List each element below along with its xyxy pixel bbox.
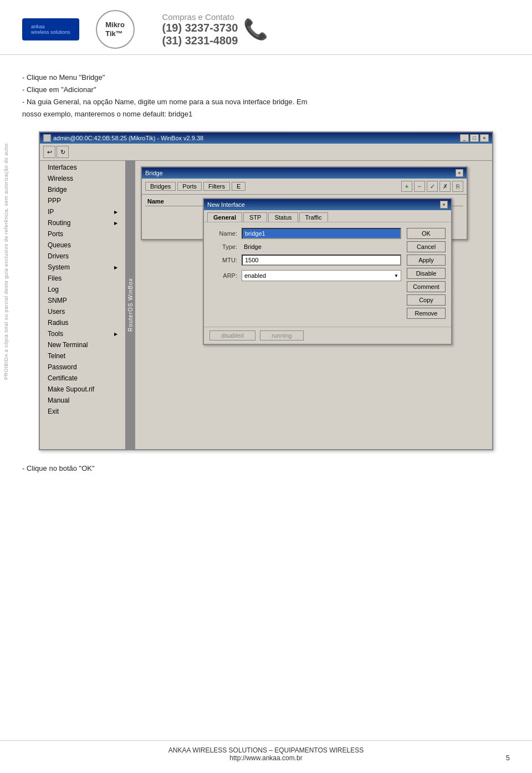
winbox-window: admin@00:0C:42:0B:58:25 (MikroTik) - Win… — [39, 131, 493, 450]
close-button[interactable]: × — [480, 134, 489, 142]
watermark: PROIBIDA a cópia total ou parcial deste … — [0, 67, 12, 455]
menu-item-interfaces[interactable]: Interfaces — [40, 162, 125, 173]
menu-item-ip[interactable]: IP — [40, 206, 125, 217]
instruction-line4: nosso exemplo, manteremos o nome default… — [22, 108, 510, 120]
menu-item-make-supout[interactable]: Make Supout.rif — [40, 384, 125, 395]
winbox-title-left: admin@00:0C:42:0B:58:25 (MikroTik) - Win… — [43, 134, 203, 142]
menu-item-new-terminal[interactable]: New Terminal — [40, 339, 125, 350]
bridge-remove-button[interactable]: − — [414, 181, 425, 192]
menu-item-routing[interactable]: Routing — [40, 217, 125, 228]
menu-item-ports[interactable]: Ports — [40, 228, 125, 240]
bridge-tab-bridges[interactable]: Bridges — [145, 182, 176, 191]
bridge-copy-button[interactable]: ⎘ — [452, 181, 463, 192]
form-row-arp: ARP: enabled ▼ — [209, 270, 401, 281]
menu-item-queues[interactable]: Queues — [40, 240, 125, 251]
new-interface-titlebar: New Interface × — [204, 199, 451, 210]
watermark-text: PROIBIDA a cópia total ou parcial deste … — [3, 141, 9, 380]
instructions: - Clique no Menu "Bridge" - Clique em "A… — [22, 72, 510, 120]
menu-item-bridge[interactable]: Bridge — [40, 184, 125, 195]
main-content: - Clique no Menu "Bridge" - Clique em "A… — [0, 55, 532, 484]
back-button[interactable]: ↩ — [43, 146, 55, 158]
bridge-tab-ports[interactable]: Ports — [177, 182, 202, 191]
menu-item-drivers[interactable]: Drivers — [40, 251, 125, 262]
menu-item-files[interactable]: Files — [40, 273, 125, 284]
phone-icon: 📞 — [243, 18, 268, 41]
arp-dropdown-arrow: ▼ — [394, 273, 398, 278]
ankaa-logo-subtitle: wireless solutions — [31, 29, 70, 35]
copy-button[interactable]: Copy — [407, 294, 446, 306]
menu-item-ppp[interactable]: PPP — [40, 195, 125, 206]
routeros-label: RouterOS WinBox — [126, 161, 135, 449]
menu-item-password[interactable]: Password — [40, 362, 125, 373]
remove-button[interactable]: Remove — [407, 308, 446, 319]
routeros-label-text: RouterOS WinBox — [127, 278, 134, 332]
bridge-x-button[interactable]: ✗ — [439, 181, 451, 192]
new-interface-close-button[interactable]: × — [440, 201, 448, 208]
name-label: Name: — [209, 230, 237, 237]
status-disabled-button[interactable]: disabled — [209, 330, 255, 340]
bridge-close-button[interactable]: × — [456, 169, 463, 177]
new-interface-tabs: General STP Status Traffic — [204, 210, 451, 222]
contact-info: Compras e Contato (19) 3237-3730 (31) 32… — [162, 12, 510, 47]
winbox-titlebar: admin@00:0C:42:0B:58:25 (MikroTik) - Win… — [40, 133, 492, 144]
winbox-menu: Interfaces Wireless Bridge PPP IP Routin… — [40, 161, 126, 449]
menu-item-certificate[interactable]: Certificate — [40, 373, 125, 384]
menu-item-manual[interactable]: Manual — [40, 395, 125, 406]
menu-item-exit[interactable]: Exit — [40, 406, 125, 417]
comment-button[interactable]: Comment — [407, 281, 446, 292]
arp-label: ARP: — [209, 272, 237, 279]
ok-button[interactable]: OK — [407, 228, 446, 239]
bridge-dialog-title: Bridge — [145, 170, 163, 176]
footer-note-text: - Clique no botão "OK" — [22, 464, 95, 472]
menu-item-telnet[interactable]: Telnet — [40, 350, 125, 362]
forward-button[interactable]: ↻ — [57, 146, 69, 158]
new-interface-body: Name: Type: Bridge MTU: — [204, 222, 451, 324]
menu-item-wireless[interactable]: Wireless — [40, 173, 125, 184]
form-row-name: Name: — [209, 228, 401, 239]
arp-value: enabled — [244, 272, 266, 279]
tab-status[interactable]: Status — [268, 212, 298, 222]
footer-note: - Clique no botão "OK" — [22, 464, 510, 472]
maximize-button[interactable]: □ — [470, 134, 479, 142]
contact-details: Compras e Contato (19) 3237-3730 (31) 32… — [162, 12, 238, 47]
winbox-app-icon — [43, 134, 51, 142]
bridge-check-button[interactable]: ✓ — [427, 181, 438, 192]
menu-item-snmp[interactable]: SNMP — [40, 295, 125, 306]
mikrotik-logo-text: MikroTik™ — [105, 21, 125, 38]
instruction-line3: - Na guia General, na opção Name, digite… — [22, 96, 510, 108]
contact-title: Compras e Contato — [162, 12, 238, 22]
bridge-tab-filters[interactable]: Filters — [203, 182, 230, 191]
menu-item-system[interactable]: System — [40, 262, 125, 273]
phone2: (31) 3231-4809 — [162, 34, 238, 47]
menu-item-users[interactable]: Users — [40, 306, 125, 317]
winbox-toolbar: ↩ ↻ — [40, 144, 492, 161]
status-running-button[interactable]: running — [260, 330, 304, 340]
winbox-content-area: Bridge × Bridges Ports Filters E + − ✓ ✗ — [135, 161, 492, 449]
tab-traffic[interactable]: Traffic — [299, 212, 328, 222]
winbox-controls[interactable]: _ □ × — [460, 134, 489, 142]
name-input[interactable] — [242, 228, 401, 239]
arp-select[interactable]: enabled ▼ — [242, 270, 401, 281]
phone1: (19) 3237-3730 — [162, 22, 238, 34]
new-interface-form: Name: Type: Bridge MTU: — [209, 228, 401, 319]
form-row-mtu: MTU: — [209, 255, 401, 266]
menu-item-tools[interactable]: Tools — [40, 328, 125, 339]
menu-item-log[interactable]: Log — [40, 284, 125, 295]
instruction-line1: - Clique no Menu "Bridge" — [22, 72, 510, 84]
ankaa-logo: ankaa wireless solutions — [22, 18, 79, 40]
new-interface-buttons: OK Cancel Apply Disable Comment Copy Rem… — [407, 228, 446, 319]
new-interface-dialog: New Interface × General STP Status Traff… — [203, 198, 452, 345]
form-row-type: Type: Bridge — [209, 243, 401, 250]
winbox-title-text: admin@00:0C:42:0B:58:25 (MikroTik) - Win… — [53, 135, 203, 141]
tab-stp[interactable]: STP — [243, 212, 267, 222]
bridge-add-button[interactable]: + — [401, 181, 412, 192]
apply-button[interactable]: Apply — [407, 255, 446, 266]
mtu-input[interactable] — [242, 255, 401, 266]
page-number: 5 — [506, 754, 510, 762]
tab-general[interactable]: General — [207, 212, 242, 222]
disable-button[interactable]: Disable — [407, 268, 446, 279]
bridge-tab-e[interactable]: E — [232, 182, 245, 191]
minimize-button[interactable]: _ — [460, 134, 469, 142]
cancel-button[interactable]: Cancel — [407, 241, 446, 252]
menu-item-radius[interactable]: Radius — [40, 317, 125, 328]
